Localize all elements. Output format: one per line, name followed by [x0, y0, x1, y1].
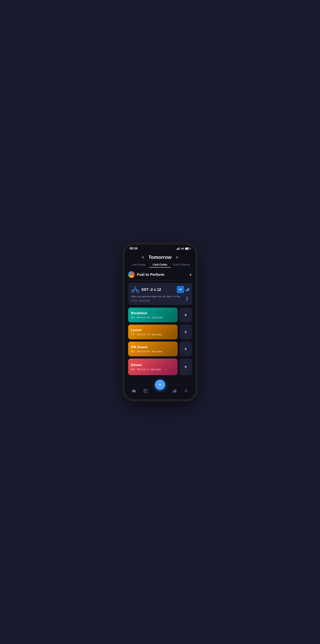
lunch-name: Lunch — [131, 328, 175, 332]
nav-home[interactable] — [132, 389, 136, 393]
dinner-macros: 651 - 700 Kcal • 0 - 35g Carbs — [131, 368, 175, 371]
next-day-button[interactable]: > — [176, 255, 178, 260]
plus-icon: + — [184, 330, 187, 334]
svg-rect-11 — [173, 391, 174, 392]
plan-title: Fuel to Perform — [137, 272, 164, 277]
pm-snack-card[interactable]: PM Snack 501 - 550 Kcal • 18 - 44g Carbs — [128, 342, 178, 356]
workout-left: SST -2 x 12 — [131, 286, 161, 293]
tab-kcal-macros[interactable]: Kcal & Macros — [170, 263, 192, 267]
workout-description: After a progressive warm up, we step in … — [131, 295, 189, 298]
workout-name: SST -2 x 12 — [142, 288, 161, 292]
trainingpeaks-badge: TP — [177, 286, 184, 293]
breakfast-row: Breakfast 901 - 950 Kcal • 86 - 163g Car… — [128, 308, 192, 322]
svg-rect-10 — [144, 391, 145, 392]
chevron-down-icon[interactable]: ∨ — [189, 272, 192, 277]
watch-icon — [185, 296, 189, 302]
plan-logo-section: Fuel to Perform — [128, 271, 164, 278]
nav-stats[interactable] — [172, 389, 177, 393]
chart-icon — [186, 288, 189, 291]
tab-underline — [150, 267, 170, 268]
phone-frame: 08:34 4G < Tomorrow > — [124, 244, 196, 400]
tab-live-energy[interactable]: Live Energy — [128, 263, 150, 267]
svg-rect-13 — [176, 389, 176, 392]
plus-icon: + — [184, 312, 187, 318]
add-pm-snack-button[interactable]: + — [180, 342, 192, 356]
svg-rect-6 — [144, 390, 147, 393]
network-label: 4G — [181, 247, 184, 250]
dinner-card[interactable]: Dinner 651 - 700 Kcal • 0 - 35g Carbs — [128, 358, 178, 375]
status-time: 08:34 — [130, 247, 138, 250]
status-icons: 4G — [176, 247, 190, 250]
lunch-row: Lunch 701 - 750 Kcal • 36 - 85g Carbs + — [128, 324, 192, 339]
pm-snack-name: PM Snack — [131, 345, 175, 349]
add-lunch-button[interactable]: + — [180, 324, 192, 339]
workout-badges: TP — [177, 286, 189, 293]
stats-icon — [172, 389, 177, 393]
bottom-navigation: + — [124, 385, 196, 400]
day-title: Tomorrow — [148, 254, 172, 260]
lunch-macros: 701 - 750 Kcal • 36 - 85g Carbs — [131, 333, 175, 336]
prev-day-button[interactable]: < — [142, 255, 144, 260]
main-content: < Tomorrow > Live Energy Carb Codes Kcal… — [124, 252, 196, 384]
workout-top: SST -2 x 12 TP — [131, 286, 189, 293]
tabs-container: Live Energy Carb Codes Kcal & Macros — [128, 262, 192, 269]
plan-header[interactable]: Fuel to Perform ∨ — [128, 269, 192, 279]
dinner-row: Dinner 651 - 700 Kcal • 0 - 35g Carbs + — [128, 358, 192, 375]
breakfast-macros: 901 - 950 Kcal • 86 - 163g Carbs — [131, 316, 175, 319]
dinner-name: Dinner — [131, 363, 175, 367]
notch — [146, 244, 174, 250]
plus-icon: + — [184, 364, 187, 370]
home-icon — [132, 389, 136, 393]
fab-add-button[interactable]: + — [155, 380, 165, 390]
nav-profile[interactable] — [184, 389, 188, 393]
workout-card[interactable]: SST -2 x 12 TP After a progressive warm … — [128, 283, 192, 305]
lunch-card[interactable]: Lunch 701 - 750 Kcal • 36 - 85g Carbs — [128, 324, 178, 339]
add-dinner-button[interactable]: + — [180, 358, 192, 375]
day-navigation: < Tomorrow > — [128, 252, 192, 262]
breakfast-name: Breakfast — [131, 311, 175, 315]
bike-icon — [131, 286, 139, 293]
svg-rect-12 — [174, 390, 175, 392]
plus-icon: + — [184, 346, 187, 352]
workout-time: 07:00 - 08:50 AM — [131, 299, 189, 302]
svg-point-14 — [186, 390, 187, 391]
breakfast-card[interactable]: Breakfast 901 - 950 Kcal • 86 - 163g Car… — [128, 308, 178, 322]
pm-snack-macros: 501 - 550 Kcal • 18 - 44g Carbs — [131, 350, 175, 353]
nav-calendar[interactable] — [143, 389, 148, 393]
profile-icon — [184, 389, 188, 393]
signal-icon — [176, 248, 180, 250]
tab-carb-codes[interactable]: Carb Codes — [150, 263, 170, 267]
pm-snack-row: PM Snack 501 - 550 Kcal • 18 - 44g Carbs… — [128, 342, 192, 356]
divider — [128, 280, 192, 280]
add-breakfast-button[interactable]: + — [180, 308, 192, 322]
battery-icon — [185, 248, 190, 250]
calendar-icon — [143, 389, 148, 393]
fab-plus-icon: + — [158, 382, 162, 388]
fuel-perform-logo — [128, 271, 135, 278]
